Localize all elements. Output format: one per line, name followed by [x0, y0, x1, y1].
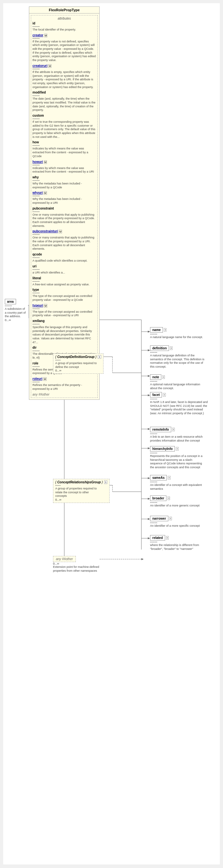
attr-why: why ▪▪▪▪▪▪▪▪ Why the metadata has been i…	[32, 176, 96, 189]
svg-marker-5	[148, 349, 150, 351]
name-element: name I ▪▪▪▪▪▪▪▪ A natural language name …	[150, 327, 203, 339]
attr-how-desc: Indicates by which means the value was e…	[32, 147, 96, 158]
svg-marker-11	[148, 428, 150, 430]
svg-marker-21	[148, 477, 150, 479]
attr-literal-name: literal	[32, 276, 96, 280]
remoteinfo-badge: I	[172, 428, 175, 431]
attr-xmllang-name: xmllang	[32, 319, 96, 323]
attr-typeuri: typeuri U ▪▪▪▪▪▪▪▪ The type of the conce…	[32, 304, 96, 317]
attr-xmllang: xmllang ▪▪▪▪▪▪▪▪ Specifies the language …	[32, 319, 96, 344]
hierarchyinfo-dots: ▪▪▪▪▪▪▪▪	[150, 452, 205, 455]
attr-type: type ▪▪▪▪▪▪▪▪ The type of the concept as…	[32, 288, 96, 302]
attr-pubconstrainturi-dots: ▪▪▪▪▪▪▪▪	[32, 233, 96, 236]
attr-whyuri-desc: Why the metadata has been included - exp…	[32, 197, 96, 205]
any-other-bottom-desc: Extension point for machine-defined prop…	[53, 565, 111, 573]
attr-creator-desc: If the property value is not defined, sp…	[32, 40, 96, 62]
attr-howuri: howuri U ▪▪▪▪▪▪▪▪ Indicates by which mea…	[32, 160, 96, 174]
attr-modified-name: modified	[32, 91, 96, 94]
name-box: name	[150, 327, 163, 333]
svg-marker-9	[148, 394, 150, 396]
attr-creatoruri-name: creatoruri U	[32, 64, 96, 67]
concept-def-group-name: { ConceptDefinitionGroup }	[55, 355, 96, 359]
area-dots: ▪▪▪▪▪▪▪▪	[5, 304, 27, 307]
attr-roleuri: roleuri U ▪▪▪▪▪▪▪▪ Refines the semantics…	[32, 377, 96, 391]
sameas-element: sameAs I ▪▪▪▪▪▪▪▪ An identifier of a con…	[150, 475, 205, 491]
attr-pubconstraint-dots: ▪▪▪▪▪▪▪▪	[32, 210, 96, 213]
attr-any-other: any ##other	[32, 393, 96, 396]
broader-dots: ▪▪▪▪▪▪▪▪	[150, 501, 199, 504]
concept-def-group: { ConceptDefinitionGroup } 1 ▪▪▪▪▪▪ A gr…	[53, 353, 103, 374]
remoteinfo-desc: A link to an item or a web resource whic…	[150, 435, 205, 442]
remoteinfo-box: remoteInfo	[150, 427, 171, 432]
attr-howuri-desc: Indicates by which means the value was e…	[32, 166, 96, 174]
attr-custom-desc: If set to true the corresponding propert…	[32, 120, 96, 139]
diagram: FlexRolePropType attributes id ▪▪▪▪▪▪▪▪ …	[3, 3, 220, 865]
attributes-section: attributes id ▪▪▪▪▪▪▪▪ The local identif…	[31, 15, 98, 398]
any-other-bottom-mult: 0...∞	[53, 562, 111, 565]
area-element: area ▪▪▪▪▪▪▪▪ A subdivision of a country…	[5, 299, 27, 322]
attr-how-dots: ▪▪▪▪▪▪▪▪	[32, 144, 96, 147]
narrower-dots: ▪▪▪▪▪▪▪▪	[150, 521, 200, 524]
definition-badge: I	[170, 346, 172, 350]
attr-pubconstrainturi-name: pubconstrainturi U	[32, 229, 96, 233]
note-dots: ▪▪▪▪▪▪▪▪	[150, 380, 205, 383]
attr-typeuri-desc: The type of the concept assigned as cont…	[32, 310, 96, 317]
attr-how: how ▪▪▪▪▪▪▪▪ Indicates by which means th…	[32, 141, 96, 158]
concept-rel-group-name: { ConceptRelationshipsGroup }	[55, 480, 103, 484]
area-multiplicity: 0...∞	[5, 318, 27, 322]
attr-pubconstraint-name: pubconstraint	[32, 207, 96, 210]
name-badge: I	[164, 328, 166, 332]
note-box: note	[150, 374, 161, 380]
note-badge: I	[162, 375, 165, 379]
narrower-desc: An identifier of a more specific concept	[150, 524, 200, 528]
facet-desc: In NAR 1.8 and later, facet is deprecate…	[150, 400, 208, 415]
name-desc: A natural language name for the concept.	[150, 336, 203, 339]
attr-uri: uri ▪▪▪▪▪▪▪▪ a URI which identifies a...	[32, 265, 96, 275]
definition-box: definition	[150, 345, 169, 351]
facet-element: facet I ▪▪▪▪▪▪▪▪ In NAR 1.8 and later, f…	[150, 392, 208, 415]
attr-literal: literal ▪▪▪▪▪▪▪▪ A free-text value assig…	[32, 276, 96, 287]
attr-whyuri-name: whyuri U	[32, 191, 96, 194]
attr-pubconstraint-desc: One or many constraints that apply to pu…	[32, 213, 96, 228]
attr-qcode: qcode ▪▪▪▪▪▪▪▪ A qualified code which id…	[32, 253, 96, 263]
related-box: related	[150, 535, 165, 540]
svg-marker-27	[148, 537, 150, 539]
attr-creator-dots: ▪▪▪▪▪▪▪▪	[32, 37, 96, 40]
attr-id-dots: ▪▪▪▪▪▪▪▪	[32, 25, 96, 28]
cdg-multiplicity: 0...∞	[55, 369, 101, 372]
hierarchyinfo-desc: Represents the position of a concept in …	[150, 455, 205, 469]
concept-def-group-dots: ▪▪▪▪▪▪	[55, 359, 101, 362]
attr-uri-dots: ▪▪▪▪▪▪▪▪	[32, 268, 96, 271]
broader-desc: An identifier of a more generic concept	[150, 504, 199, 508]
attr-creator: creator U ▪▪▪▪▪▪▪▪ If the property value…	[32, 33, 96, 62]
attr-custom: custom ▪▪▪▪▪▪▪▪ If set to true the corre…	[32, 114, 96, 139]
hierarchyinfo-box: hierarchyInfo	[150, 446, 175, 452]
attr-creatoruri: creatoruri U ▪▪▪▪▪▪▪▪ If the attribute i…	[32, 64, 96, 89]
area-name-box: area	[5, 299, 16, 304]
remoteinfo-dots: ▪▪▪▪▪▪▪▪	[150, 432, 205, 435]
facet-badge: I	[163, 393, 165, 397]
remoteinfo-element: remoteInfo I ▪▪▪▪▪▪▪▪ A link to an item …	[150, 427, 205, 442]
attr-whyuri: whyuri U ▪▪▪▪▪▪▪▪ Why the metadata has b…	[32, 191, 96, 205]
attr-qcode-name: qcode	[32, 253, 96, 256]
attr-uri-desc: a URI which identifies a...	[32, 271, 96, 275]
attr-creator-name: creator U	[32, 33, 96, 37]
attr-type-name: type	[32, 288, 96, 291]
svg-marker-7	[148, 375, 150, 377]
attr-literal-desc: A free-text value assigned as property v…	[32, 283, 96, 287]
sameas-desc: An identifier of a concept with equivale…	[150, 483, 205, 491]
attr-how-name: how	[32, 141, 96, 144]
attr-xmllang-dots: ▪▪▪▪▪▪▪▪	[32, 323, 96, 326]
attr-why-desc: Why the metadata has been included - exp…	[32, 182, 96, 189]
attr-qcode-dots: ▪▪▪▪▪▪▪▪	[32, 256, 96, 259]
attr-literal-dots: ▪▪▪▪▪▪▪▪	[32, 280, 96, 283]
definition-element: definition I ▪▪▪▪▪▪▪▪ A natural language…	[150, 345, 205, 369]
name-dots: ▪▪▪▪▪▪▪▪	[150, 333, 203, 336]
attr-howuri-name: howuri U	[32, 160, 96, 163]
related-desc: where the relationship is different from…	[150, 544, 208, 551]
attr-custom-name: custom	[32, 114, 96, 117]
svg-marker-3	[148, 331, 150, 333]
crg-multiplicity: 0...∞	[55, 498, 107, 501]
note-element: note I ▪▪▪▪▪▪▪▪ A optional natural langu…	[150, 374, 205, 390]
broader-badge: I	[167, 496, 170, 500]
